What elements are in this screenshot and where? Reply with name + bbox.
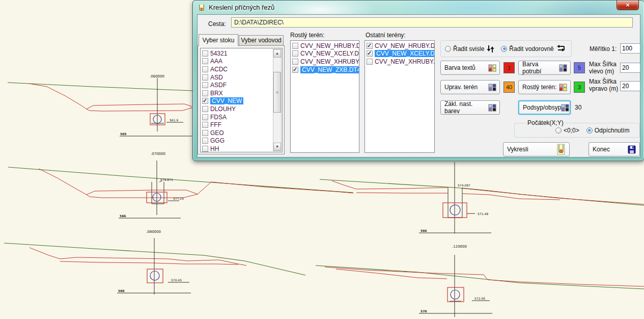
svg-text:574.087: 574.087 [458, 183, 470, 187]
checkbox-icon[interactable] [202, 50, 208, 57]
svg-text:578.871: 578.871 [160, 178, 173, 181]
text-color-swatch[interactable]: 1 [503, 62, 515, 73]
save-floppy-icon [628, 145, 636, 154]
sort-vertical-option[interactable]: Řadit svisle [445, 45, 495, 53]
scroll-down-icon[interactable]: ▼ [273, 143, 281, 151]
origin-pick-label: Odpíchnutím [595, 127, 630, 134]
tab-panel: 54321AAAACDCASDASDFBRXCVV_NEWDLOUHYFDSAF… [198, 45, 285, 154]
ostatni-tereny-label: Ostatní terény: [366, 32, 406, 39]
scrollbar[interactable]: ▲ ≡ ▼ [273, 49, 282, 151]
checkbox-icon[interactable] [202, 74, 208, 81]
pipe-color-swatch[interactable]: 5 [574, 62, 585, 73]
origin-zero-option[interactable]: <0;0> [555, 127, 579, 134]
list-item[interactable]: FFF [202, 121, 282, 129]
list-item[interactable]: 54321 [202, 49, 282, 58]
ostatni-tereny-list[interactable]: CVV_NEW_HRUBY.DT4CVV_NEW_XCELY.DT4CVV_NE… [365, 40, 435, 153]
list-item-label: BRX [210, 90, 223, 97]
dialog-title: Kreslení příčných řezů [209, 4, 274, 11]
list-item[interactable]: CVV_NEW_XHRUBY.D [292, 58, 358, 66]
dialog-titlebar[interactable]: Kreslení příčných řezů × [193, 1, 644, 14]
max-width-right-input[interactable] [620, 81, 640, 91]
list-item[interactable]: FDSA [202, 113, 282, 121]
checkbox-icon[interactable] [202, 106, 208, 112]
checkbox-icon[interactable] [202, 114, 208, 120]
checkbox-icon[interactable] [202, 66, 208, 72]
screen: { "window": { "title": "Kreslení příčnýc… [0, 0, 644, 319]
list-item[interactable]: CVV_NEW_XCELY.DT4 [366, 50, 434, 58]
list-item[interactable]: CVV_NEW_HRUBY.DT4 [366, 42, 434, 50]
list-item[interactable]: CVV_NEW_ZXB.DT4 [292, 66, 358, 74]
dialog-body: Cesta: Vyber stoku Vyber vodovod 54321AA… [197, 14, 640, 157]
uprav-teren-button[interactable]: Uprav. terén [440, 80, 500, 94]
list-item[interactable]: ACDC [202, 65, 282, 73]
palette-warm-icon [488, 64, 497, 72]
vykresli-button[interactable]: Vykresli [503, 142, 570, 156]
list-item[interactable]: GEO [202, 129, 282, 137]
list-item-label: CVV_NEW_XHRUBY.DT [375, 58, 435, 65]
rostly-teren-list[interactable]: CVV_NEW_HRUBY.DTCVV_NEW_XCELY.DT4CVV_NEW… [290, 40, 359, 153]
checkbox-icon[interactable] [202, 122, 208, 128]
list-item[interactable]: ASD [202, 73, 282, 82]
checkbox-icon[interactable] [367, 43, 373, 49]
sort-horizontal-option[interactable]: Řadit vodorovně [501, 45, 565, 52]
barva-potrubi-button[interactable]: Barva potrubí [518, 61, 571, 75]
radio-selected-icon[interactable] [586, 127, 593, 134]
list-item-label: DLOUHY [210, 105, 236, 113]
list-item[interactable]: CVV_NEW_HRUBY.DT [292, 42, 358, 50]
max-width-left-input[interactable] [620, 63, 640, 73]
checkbox-icon[interactable] [292, 59, 298, 65]
list-item[interactable]: GGG [202, 137, 282, 145]
barva-textu-button[interactable]: Barva textů [440, 61, 500, 75]
svg-text:570: 570 [421, 309, 427, 313]
list-item-label: HH [210, 145, 219, 152]
list-item[interactable]: BRX [202, 89, 282, 97]
path-input[interactable] [231, 17, 633, 28]
uprav-color-swatch[interactable]: 40 [503, 82, 515, 93]
radio-icon[interactable] [555, 127, 562, 134]
checkbox-icon[interactable] [202, 98, 208, 104]
svg-text:.080000: .080000 [146, 230, 161, 234]
scale-input[interactable] [620, 43, 640, 54]
podsyp-obsyp-button[interactable]: Podsyp/obsyp [518, 100, 571, 115]
checkbox-icon[interactable] [202, 130, 208, 136]
svg-text:561.9: 561.9 [170, 118, 178, 122]
list-item-label: CVV_NEW_XCELY.DT4 [375, 50, 435, 57]
list-item[interactable]: CVV_NEW_XCELY.DT4 [292, 50, 358, 58]
list-item[interactable]: DLOUHY [202, 105, 282, 113]
svg-text:.070000: .070000 [151, 152, 165, 156]
checkbox-icon[interactable] [202, 82, 208, 88]
list-item-label: GGG [210, 137, 225, 144]
list-item[interactable]: CVV_NEW_XHRUBY.DT [366, 58, 434, 66]
zakl-nast-barev-button[interactable]: Zákl. nast. barev [440, 100, 500, 115]
rostly-color-swatch[interactable]: 3 [574, 82, 585, 93]
checkbox-icon[interactable] [202, 138, 208, 144]
list-item-label: ASD [210, 74, 223, 81]
checkbox-icon[interactable] [367, 50, 373, 57]
palette-cool-icon [488, 104, 497, 112]
checkbox-icon[interactable] [202, 90, 208, 96]
rostly-teren-button[interactable]: Rostlý terén: [518, 80, 571, 94]
radio-selected-icon[interactable] [501, 46, 507, 52]
konec-button[interactable]: Konec [589, 142, 640, 156]
list-item-label: ACDC [210, 66, 228, 73]
scroll-up-icon[interactable]: ▲ [273, 49, 281, 58]
checkbox-icon[interactable] [292, 43, 298, 49]
checkbox-icon[interactable] [292, 67, 298, 73]
tab-vyber-vodovod[interactable]: Vyber vodovod [239, 35, 284, 46]
list-item[interactable]: CVV_NEW [202, 97, 282, 105]
tab-vyber-stoku[interactable]: Vyber stoku [199, 34, 238, 46]
list-item[interactable]: ASDF [202, 81, 282, 89]
checkbox-icon[interactable] [367, 59, 373, 65]
scroll-thumb[interactable]: ≡ [273, 72, 281, 113]
checkbox-icon[interactable] [292, 50, 298, 57]
list-item[interactable]: HH [202, 145, 282, 152]
origin-pick-option[interactable]: Odpíchnutím [586, 127, 630, 134]
list-item[interactable]: AAA [202, 58, 282, 66]
radio-icon[interactable] [445, 46, 451, 52]
svg-text:560: 560 [118, 289, 125, 293]
close-button[interactable]: × [617, 1, 639, 10]
checkbox-icon[interactable] [202, 146, 208, 152]
checkbox-icon[interactable] [202, 58, 208, 64]
list-item-label: AAA [210, 58, 222, 65]
stoku-list[interactable]: 54321AAAACDCASDASDFBRXCVV_NEWDLOUHYFDSAF… [200, 48, 283, 152]
